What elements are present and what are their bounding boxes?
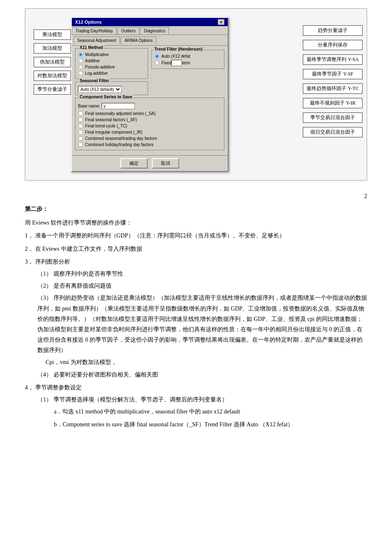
radio-fixed-input[interactable] bbox=[155, 61, 159, 65]
checkbox-combined-seasonal-input[interactable] bbox=[78, 136, 83, 140]
checkbox-sf-label: Final seasonal factors (_SF) bbox=[85, 117, 137, 122]
sub-sub-item-a: a．勾选 x11 method 中的 multiplicative，season… bbox=[54, 406, 367, 417]
label-chengfa: 乘法模型 bbox=[34, 29, 71, 40]
content-section: 第二步： 用 Eviews 软件进行季节调整的操作步骤： 1， 准备一个用于调整… bbox=[25, 204, 367, 430]
ok-button[interactable]: 确定 bbox=[120, 158, 148, 169]
list-item-3: 3， 序列图形分析 （1） 观察序列中的是否有季节性 （2） 是否有离群值或问题… bbox=[25, 257, 367, 380]
radio-log-input[interactable] bbox=[78, 71, 83, 75]
dialog-footer: 确定 取消 bbox=[72, 155, 228, 171]
x12-dialog: X12 Options × Trading Day/Holiday Outlie… bbox=[71, 17, 229, 172]
radio-auto-label: Auto (X12 defat bbox=[161, 54, 190, 59]
checkbox-tc: Final trend-cycle (_TC) bbox=[78, 123, 222, 129]
checkbox-ir-label: Final irregular component (_IR) bbox=[85, 130, 142, 134]
sub-item-3-2-paren: （2） bbox=[37, 283, 52, 289]
term-label: term bbox=[182, 61, 190, 65]
checkbox-ir-input[interactable] bbox=[78, 130, 83, 134]
diagram-area: 乘法模型 加法模型 伪加法模型 对数加法模型 季节分量滤子 X12 Option… bbox=[25, 8, 367, 181]
trend-filter-content: Auto (X12 defat Fixed term bbox=[154, 52, 222, 66]
list-item-4-num: 4， bbox=[25, 384, 34, 391]
right-labels: 趋势分量滤子 分量序列保存 最终季节调整序列 Y-SA 最终季节因子 Y-SF … bbox=[303, 25, 363, 137]
sub-item-3-3: （3） 序列的趋势变动（是加法还是乘法模型）（加法模型主要适用于呈线性增长的数据… bbox=[37, 293, 367, 367]
label-zuizhong-ytc: 最终趋势循环因子 Y-TC bbox=[303, 83, 363, 94]
label-weijia: 伪加法模型 bbox=[34, 57, 71, 67]
checkbox-sf-input[interactable] bbox=[78, 117, 83, 122]
two-col-layout: X11 Method Multiplicative Additive bbox=[75, 48, 224, 98]
label-jijie: 季节分量滤子 bbox=[34, 84, 71, 95]
checkbox-combined-seasonal-label: Combined seasonal/trading day factors bbox=[85, 136, 157, 141]
radio-multiplicative-input[interactable] bbox=[78, 52, 83, 56]
checkbox-sa-input[interactable] bbox=[78, 111, 83, 115]
list-item-4: 4， 季节调整参数设定 （1） 季节调整选择项（模型分解方法、季节虑子、调整后的… bbox=[25, 382, 367, 430]
radio-fixed-label: Fixed bbox=[161, 61, 171, 65]
page-container: . 乘法模型 加法模型 伪加法模型 对数加法模型 季节分量滤子 X12 Opti… bbox=[25, 8, 367, 430]
trend-filter-group: Trend Filter (Henderson) Auto (X12 defat… bbox=[151, 50, 224, 69]
base-name-label: Base name: bbox=[78, 104, 100, 108]
dialog-tabs-row1: Trading Day/Holiday Outliers Diagnostics bbox=[72, 26, 228, 35]
sub-item-3-2-text: 是否有离群值或问题值 bbox=[54, 283, 112, 289]
trend-filter-col: Trend Filter (Henderson) Auto (X12 defat… bbox=[151, 48, 224, 98]
sub-item-3-3-text: 序列的趋势变动（是加法还是乘法模型）（加法模型主要适用于呈线性增长的数据序列，或… bbox=[37, 295, 367, 353]
fixed-term-input[interactable] bbox=[171, 60, 182, 66]
dialog-close-button[interactable]: × bbox=[218, 19, 224, 25]
radio-fixed: Fixed term bbox=[154, 60, 222, 66]
tab-outliers[interactable]: Outliers bbox=[117, 27, 139, 34]
main-list: 1， 准备一个用于调整的时间序列（GDP）（注意：序列需同口径（当月或当季）、不… bbox=[25, 230, 367, 430]
tab-arima-options[interactable]: ARIMA Options bbox=[121, 37, 156, 44]
radio-additive: Additive bbox=[78, 58, 145, 64]
list-item-1-text: 准备一个用于调整的时间序列（GDP）（注意：序列需同口径（当月或当季）、不变价、… bbox=[35, 232, 285, 239]
sub-item-3-4: （4） 必要时还要分析谱图和自相关、偏相关图 bbox=[37, 369, 367, 380]
checkbox-combined-holiday-label: Combined holiday/trading day factors bbox=[85, 142, 153, 147]
seasonal-filter-select[interactable]: Auto (X12 default)S3X1S3X3S3X5S3X9S3X15 bbox=[78, 86, 122, 93]
tab-trading-day[interactable]: Trading Day/Holiday bbox=[72, 27, 117, 34]
sub-item-3-3-paren: （3） bbox=[37, 295, 52, 301]
seasonal-filter-group: Seasonal Filter Auto (X12 default)S3X1S3… bbox=[75, 81, 148, 95]
label-zuizhong-yir: 最终不规则因子 Y-IR bbox=[303, 98, 363, 108]
label-duishu: 对数加法模型 bbox=[34, 71, 71, 81]
sub-list-3: （1） 观察序列中的是否有季节性 （2） 是否有离群值或问题值 （3） 序列的趋… bbox=[25, 269, 367, 380]
checkbox-ir: Final irregular component (_IR) bbox=[78, 130, 222, 135]
radio-pseudo-input[interactable] bbox=[78, 65, 83, 69]
x11-method-label: X11 Method bbox=[79, 45, 104, 50]
checkbox-tc-input[interactable] bbox=[78, 124, 83, 128]
x11-method-col: X11 Method Multiplicative Additive bbox=[75, 48, 148, 98]
radio-log-label: Log-additive bbox=[85, 71, 107, 76]
checkbox-sa: Final seasonally adjusted series (_SA) bbox=[78, 111, 222, 116]
sub-item-4-1-text: 季节调整选择项（模型分解方法、季节虑子、调整后的序列变量名） bbox=[54, 396, 228, 403]
label-zuizhong-ysf: 最终季节因子 Y-SF bbox=[303, 69, 363, 79]
cancel-button[interactable]: 取消 bbox=[152, 158, 179, 169]
label-jijie-jiaoy: 季节交易日混合因子 bbox=[303, 112, 363, 123]
radio-log: Log-additive bbox=[78, 71, 145, 76]
label-fenliang: 分量序列保存 bbox=[303, 40, 363, 50]
dialog-content: X11 Method Multiplicative Additive bbox=[72, 46, 228, 155]
tab-diagnostics[interactable]: Diagnostics bbox=[140, 27, 169, 34]
list-item-3-num: 3， bbox=[25, 259, 34, 265]
sub-item-3-1: （1） 观察序列中的是否有季节性 bbox=[37, 269, 367, 279]
dialog-title: X12 Options bbox=[75, 20, 102, 24]
list-item-2-num: 2， bbox=[25, 246, 34, 252]
radio-auto-input[interactable] bbox=[155, 54, 159, 58]
radio-auto-x12: Auto (X12 defat bbox=[154, 54, 222, 59]
checkbox-combined-holiday-input[interactable] bbox=[78, 142, 83, 147]
seasonal-filter-select-row: Auto (X12 default)S3X1S3X3S3X5S3X9S3X15 bbox=[78, 86, 145, 93]
sub-sub-list-4-1: a．勾选 x11 method 中的 multiplicative，season… bbox=[37, 406, 367, 430]
checkbox-tc-label: Final trend-cycle (_TC) bbox=[85, 124, 127, 128]
tab-seasonal-adjustment[interactable]: Seasonal Adjustment bbox=[73, 37, 120, 44]
label-qushi: 趋势分量滤子 bbox=[303, 25, 363, 36]
list-item-4-text: 季节调整参数设定 bbox=[35, 384, 82, 391]
sub-item-3-4-paren: （4） bbox=[37, 372, 52, 378]
base-name-input[interactable] bbox=[102, 103, 135, 109]
checkbox-sa-label: Final seasonally adjusted series (_SA) bbox=[85, 111, 156, 116]
dialog-titlebar: X12 Options × bbox=[72, 18, 228, 26]
radio-pseudo-label: Pseudo-additive bbox=[85, 65, 115, 69]
sub-item-4-1: （1） 季节调整选择项（模型分解方法、季节虑子、调整后的序列变量名） a．勾选 … bbox=[37, 394, 367, 430]
dialog-tabs-row2: Seasonal Adjustment ARIMA Options bbox=[72, 35, 228, 46]
radio-pseudo: Pseudo-additive bbox=[78, 64, 145, 70]
x11-method-group: X11 Method Multiplicative Additive bbox=[75, 48, 148, 79]
radio-additive-input[interactable] bbox=[78, 59, 83, 63]
dialog-wrapper: 乘法模型 加法模型 伪加法模型 对数加法模型 季节分量滤子 X12 Option… bbox=[29, 17, 363, 172]
radio-multiplicative-label: Multiplicative bbox=[85, 52, 109, 57]
sub-item-3-1-paren: （1） bbox=[37, 271, 52, 277]
label-jiari-jiaoy: 假日交易日混合因子 bbox=[303, 127, 363, 137]
list-item-2: 2， 在 Eviews 中建立工作文件，导入序列数据 bbox=[25, 244, 367, 254]
trend-filter-label: Trend Filter (Henderson) bbox=[153, 47, 203, 51]
